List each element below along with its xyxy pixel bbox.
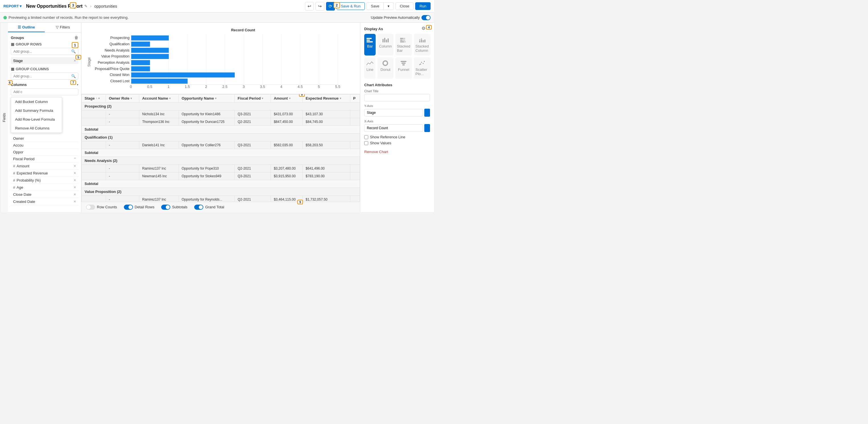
bar-closed-lost (131, 78, 188, 84)
add-group-cols-input[interactable]: 🔍 (11, 72, 78, 80)
add-group-rows-input[interactable]: 🔍 (11, 48, 78, 55)
add-row-level-formula-item[interactable]: Add Row-Level Formula (11, 115, 62, 124)
svg-text:4: 4 (280, 85, 282, 89)
add-col-search[interactable] (13, 90, 76, 94)
show-values-checkbox[interactable] (364, 141, 368, 145)
col-created-date: Created Date × (11, 198, 78, 205)
group-cols-search[interactable] (13, 74, 71, 78)
save-button[interactable]: Save (367, 2, 383, 10)
update-preview-toggle[interactable] (422, 15, 431, 20)
subtotals-group: Subtotals (161, 205, 187, 210)
tab-outline[interactable]: ☰Outline (8, 23, 45, 32)
y-axis-input[interactable] (364, 109, 423, 117)
column-icon (381, 37, 389, 43)
save-dropdown-button[interactable]: ▾ (383, 2, 394, 10)
table-row: - Ramirez137 Inc Opportunity for Reynold… (82, 195, 360, 202)
display-funnel[interactable]: Funnel (395, 57, 412, 79)
svg-text:0: 0 (130, 85, 132, 89)
col-probability-remove[interactable]: × (74, 178, 76, 183)
remove-chart-button[interactable]: Remove Chart (364, 150, 388, 154)
row-counts-toggle[interactable] (86, 205, 95, 210)
owner-filter-icon[interactable]: ▾ (130, 97, 132, 100)
svg-point-58 (423, 63, 424, 64)
display-bar[interactable]: Bar (364, 34, 376, 56)
add-summary-formula-item[interactable]: Add Summary Formula (11, 106, 62, 115)
scatter-icon (418, 60, 426, 66)
undo-button[interactable]: ↩ (305, 2, 314, 10)
chart-title-input[interactable] (364, 94, 430, 101)
x-axis-label: X-Axis (364, 120, 430, 123)
display-stacked-bar[interactable]: Stacked Bar (395, 34, 412, 56)
chart-title-row (364, 94, 430, 101)
groups-trash-icon[interactable]: 🗑 (74, 35, 78, 40)
col-amount-remove[interactable]: × (74, 164, 76, 168)
display-column[interactable]: Column (377, 34, 394, 56)
group-rows-header: ▦ GROUP ROWS (11, 42, 78, 46)
badge-2: 2 (334, 2, 340, 8)
amount-filter-icon[interactable]: ▾ (289, 97, 290, 100)
green-dot-icon (3, 16, 7, 19)
settings-icon[interactable]: ⚙ (422, 26, 426, 31)
fiscal-filter-icon[interactable]: ▾ (262, 97, 263, 100)
display-stacked-column[interactable]: Stacked Column (414, 34, 431, 56)
stage-tag: Stage × 5 (11, 57, 78, 64)
col-close-date-remove[interactable]: × (74, 192, 76, 197)
save-run-button[interactable]: Save & Run (337, 2, 365, 10)
svg-rect-33 (367, 39, 370, 41)
svg-point-60 (420, 63, 421, 65)
th-account-name: Account Name ▾ (139, 94, 179, 102)
add-col-input[interactable] (11, 89, 78, 95)
col-opportunity-name: Oppor (11, 149, 78, 156)
search-icon-2: 🔍 (71, 74, 76, 78)
display-line[interactable]: Line (364, 57, 376, 79)
stage-filter-icon[interactable]: ▾ (98, 97, 100, 100)
detail-rows-toggle[interactable] (124, 205, 133, 210)
display-donut[interactable]: Donut (377, 57, 394, 79)
x-axis-color-swatch[interactable] (424, 124, 430, 132)
fiscal-period-chevron[interactable]: ⌃ (74, 157, 76, 161)
opp-filter-icon[interactable]: ▾ (215, 97, 216, 100)
svg-rect-54 (402, 63, 405, 64)
group-rows-search[interactable] (13, 50, 71, 54)
edit-icon[interactable]: ✎ (84, 4, 87, 8)
subtotals-toggle[interactable] (161, 205, 170, 210)
th-fiscal-period: Fiscal Period ▾ (235, 94, 271, 102)
col-expected-revenue-remove[interactable]: × (74, 171, 76, 175)
fields-tab[interactable]: Fields (0, 23, 8, 212)
svg-rect-49 (423, 40, 424, 42)
svg-rect-47 (421, 39, 422, 42)
exp-rev-filter-icon[interactable]: ▾ (340, 97, 341, 100)
chart-area: Record Count Stage 0 0.5 1 1.5 2 2.5 3 3… (82, 23, 360, 94)
tab-filters[interactable]: ▽Filters (45, 23, 82, 32)
right-panel: 4 ⚙ Display As Bar (360, 23, 434, 212)
add-bucket-col-item[interactable]: Add Bucket Column (11, 97, 62, 106)
col-created-date-remove[interactable]: × (74, 199, 76, 204)
run-button[interactable]: Run (415, 2, 431, 10)
svg-rect-37 (386, 39, 387, 42)
remove-all-cols-item[interactable]: Remove All Columns (11, 124, 62, 133)
display-scatter[interactable]: Scatter Plo... (414, 57, 431, 79)
redo-button[interactable]: ↪ (315, 2, 324, 10)
col-age-remove[interactable]: × (74, 185, 76, 190)
close-button[interactable]: Close (396, 2, 413, 10)
stage-sort-icon[interactable]: ↑ (96, 97, 97, 100)
svg-point-52 (384, 62, 386, 64)
breadcrumb-separator: › (90, 4, 91, 8)
x-axis-input[interactable] (364, 124, 423, 132)
preview-message: Previewing a limited number of records. … (3, 15, 367, 20)
columns-dropdown-icon[interactable]: ▾ (77, 83, 78, 86)
columns-title: Columns (11, 83, 27, 87)
grand-total-toggle[interactable] (194, 205, 203, 210)
groups-section-header: Groups 🗑 (11, 35, 78, 40)
svg-rect-50 (424, 39, 426, 42)
table-scroll[interactable]: Stage ↑ ▾ Owner Role ▾ (82, 94, 360, 202)
svg-text:1: 1 (167, 85, 169, 89)
y-axis-color-swatch[interactable] (424, 109, 430, 117)
show-ref-line-checkbox[interactable] (364, 135, 368, 139)
badge-8: 8 (299, 94, 305, 97)
account-filter-icon[interactable]: ▾ (169, 97, 170, 100)
svg-text:Proposal/Price Quote: Proposal/Price Quote (95, 67, 130, 71)
dropdown-arrow-icon[interactable]: ▾ (20, 4, 22, 8)
columns-section-header: Columns ▾ 6 7 (11, 83, 78, 87)
table-row: Subtotal (82, 149, 360, 157)
